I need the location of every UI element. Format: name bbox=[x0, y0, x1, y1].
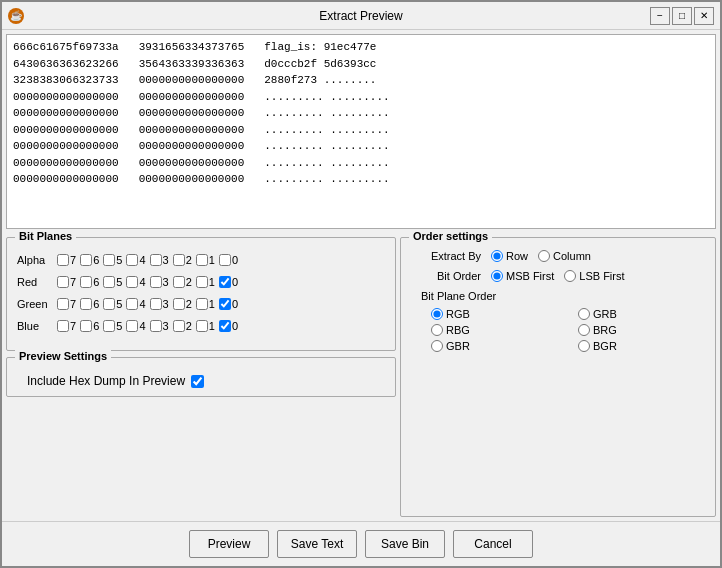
close-button[interactable]: ✕ bbox=[694, 7, 714, 25]
extract-by-row-option: Row bbox=[491, 250, 528, 262]
red-bit5-checkbox[interactable] bbox=[103, 276, 115, 288]
preview-col2: 0000000000000000 bbox=[139, 171, 245, 188]
alpha-bit0: 0 bbox=[219, 254, 238, 266]
red-bit4-checkbox[interactable] bbox=[126, 276, 138, 288]
bpo-rbg-option: RBG bbox=[431, 324, 558, 336]
green-bit5: 5 bbox=[103, 298, 122, 310]
preview-text-area[interactable]: 666c61675f69733a 3931656334373765 flag_i… bbox=[6, 34, 716, 229]
blue-bit0-checkbox[interactable] bbox=[219, 320, 231, 332]
blue-bit3-checkbox[interactable] bbox=[150, 320, 162, 332]
alpha-bit1: 1 bbox=[196, 254, 215, 266]
alpha-checkboxes: 7 6 5 4 3 2 1 0 bbox=[57, 254, 238, 266]
green-bit1: 1 bbox=[196, 298, 215, 310]
preview-col2: 0000000000000000 bbox=[139, 155, 245, 172]
left-panel: Bit Planes Alpha 7 6 5 4 3 2 1 0 bbox=[6, 237, 396, 517]
preview-col1: 6430636363623266 bbox=[13, 56, 119, 73]
red-bit6-checkbox[interactable] bbox=[80, 276, 92, 288]
cancel-button[interactable]: Cancel bbox=[453, 530, 533, 558]
preview-col2: 0000000000000000 bbox=[139, 138, 245, 155]
green-bit3: 3 bbox=[150, 298, 169, 310]
preview-line: 0000000000000000 0000000000000000 ......… bbox=[13, 122, 709, 139]
lsb-first-radio[interactable] bbox=[564, 270, 576, 282]
msb-first-radio[interactable] bbox=[491, 270, 503, 282]
green-bit7-checkbox[interactable] bbox=[57, 298, 69, 310]
minimize-button[interactable]: − bbox=[650, 7, 670, 25]
preview-settings-title: Preview Settings bbox=[15, 350, 111, 362]
save-bin-button[interactable]: Save Bin bbox=[365, 530, 445, 558]
alpha-bit1-checkbox[interactable] bbox=[196, 254, 208, 266]
blue-bit6-checkbox[interactable] bbox=[80, 320, 92, 332]
blue-bit5-checkbox[interactable] bbox=[103, 320, 115, 332]
blue-channel-row: Blue 7 6 5 4 3 2 1 0 bbox=[17, 320, 385, 332]
green-bit1-checkbox[interactable] bbox=[196, 298, 208, 310]
preview-col1: 0000000000000000 bbox=[13, 105, 119, 122]
alpha-label: Alpha bbox=[17, 254, 57, 266]
red-bit6: 6 bbox=[80, 276, 99, 288]
bit-plane-order-grid: RGB GRB RBG bbox=[411, 308, 705, 352]
bpo-grb-radio[interactable] bbox=[578, 308, 590, 320]
red-bit0-checkbox[interactable] bbox=[219, 276, 231, 288]
green-bit2-checkbox[interactable] bbox=[173, 298, 185, 310]
green-bit3-checkbox[interactable] bbox=[150, 298, 162, 310]
red-channel-row: Red 7 6 5 4 3 2 1 0 bbox=[17, 276, 385, 288]
alpha-bit7-checkbox[interactable] bbox=[57, 254, 69, 266]
preview-button[interactable]: Preview bbox=[189, 530, 269, 558]
preview-col1: 0000000000000000 bbox=[13, 89, 119, 106]
preview-line: 666c61675f69733a 3931656334373765 flag_i… bbox=[13, 39, 709, 56]
green-bit0: 0 bbox=[219, 298, 238, 310]
extract-by-column-option: Column bbox=[538, 250, 591, 262]
include-hex-label: Include Hex Dump In Preview bbox=[27, 374, 185, 388]
msb-first-option: MSB First bbox=[491, 270, 554, 282]
preview-col2: 0000000000000000 bbox=[139, 122, 245, 139]
blue-bit4-checkbox[interactable] bbox=[126, 320, 138, 332]
green-channel-row: Green 7 6 5 4 3 2 1 0 bbox=[17, 298, 385, 310]
red-bit7-checkbox[interactable] bbox=[57, 276, 69, 288]
alpha-bit4-checkbox[interactable] bbox=[126, 254, 138, 266]
bpo-rgb-radio[interactable] bbox=[431, 308, 443, 320]
title-bar: ☕ Extract Preview − □ ✕ bbox=[2, 2, 720, 30]
bit-planes-title: Bit Planes bbox=[15, 230, 76, 242]
preview-col1: 0000000000000000 bbox=[13, 122, 119, 139]
blue-checkboxes: 7 6 5 4 3 2 1 0 bbox=[57, 320, 238, 332]
preview-line: 0000000000000000 0000000000000000 ......… bbox=[13, 155, 709, 172]
bit-planes-content: Alpha 7 6 5 4 3 2 1 0 bbox=[17, 254, 385, 332]
alpha-bit6: 6 bbox=[80, 254, 99, 266]
blue-bit4: 4 bbox=[126, 320, 145, 332]
save-text-button[interactable]: Save Text bbox=[277, 530, 357, 558]
preview-col3: d0cccb2f 5d6393cc bbox=[264, 56, 376, 73]
alpha-bit0-checkbox[interactable] bbox=[219, 254, 231, 266]
red-bit1-checkbox[interactable] bbox=[196, 276, 208, 288]
red-checkboxes: 7 6 5 4 3 2 1 0 bbox=[57, 276, 238, 288]
preview-col3: ......... ......... bbox=[264, 105, 389, 122]
preview-col2: 3564363339336363 bbox=[139, 56, 245, 73]
red-bit3-checkbox[interactable] bbox=[150, 276, 162, 288]
preview-line: 0000000000000000 0000000000000000 ......… bbox=[13, 138, 709, 155]
extract-by-column-radio[interactable] bbox=[538, 250, 550, 262]
bpo-bgr-radio[interactable] bbox=[578, 340, 590, 352]
alpha-channel-row: Alpha 7 6 5 4 3 2 1 0 bbox=[17, 254, 385, 266]
app-icon: ☕ bbox=[8, 8, 24, 24]
maximize-button[interactable]: □ bbox=[672, 7, 692, 25]
red-bit2-checkbox[interactable] bbox=[173, 276, 185, 288]
red-label: Red bbox=[17, 276, 57, 288]
green-bit5-checkbox[interactable] bbox=[103, 298, 115, 310]
green-bit6-checkbox[interactable] bbox=[80, 298, 92, 310]
extract-by-row-radio[interactable] bbox=[491, 250, 503, 262]
green-bit4-checkbox[interactable] bbox=[126, 298, 138, 310]
preview-col3: ......... ......... bbox=[264, 89, 389, 106]
bpo-brg-radio[interactable] bbox=[578, 324, 590, 336]
red-bit1: 1 bbox=[196, 276, 215, 288]
alpha-bit2-checkbox[interactable] bbox=[173, 254, 185, 266]
include-hex-checkbox[interactable] bbox=[191, 375, 204, 388]
alpha-bit5-checkbox[interactable] bbox=[103, 254, 115, 266]
blue-bit7-checkbox[interactable] bbox=[57, 320, 69, 332]
green-bit0-checkbox[interactable] bbox=[219, 298, 231, 310]
alpha-bit3-checkbox[interactable] bbox=[150, 254, 162, 266]
blue-bit6: 6 bbox=[80, 320, 99, 332]
alpha-bit6-checkbox[interactable] bbox=[80, 254, 92, 266]
blue-bit1-checkbox[interactable] bbox=[196, 320, 208, 332]
bit-plane-order-section: Bit Plane Order RGB GRB bbox=[411, 290, 705, 352]
bpo-gbr-radio[interactable] bbox=[431, 340, 443, 352]
bpo-rbg-radio[interactable] bbox=[431, 324, 443, 336]
blue-bit2-checkbox[interactable] bbox=[173, 320, 185, 332]
